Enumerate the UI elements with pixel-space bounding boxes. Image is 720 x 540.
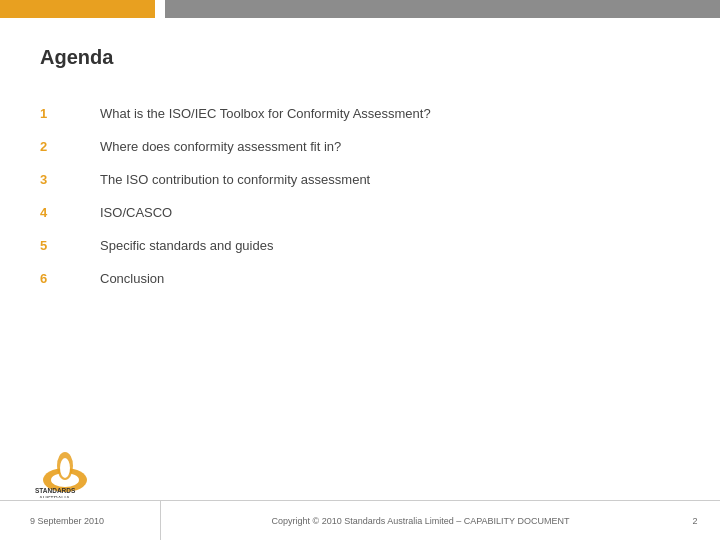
bar-gap — [155, 0, 165, 18]
agenda-row: 4ISO/CASCO — [40, 196, 680, 229]
bar-gray — [165, 0, 720, 18]
svg-text:AUSTRALIA: AUSTRALIA — [39, 495, 70, 498]
agenda-text: Specific standards and guides — [100, 229, 680, 262]
footer: 9 September 2010 Copyright © 2010 Standa… — [0, 500, 720, 540]
agenda-number: 5 — [40, 229, 100, 262]
agenda-number: 6 — [40, 262, 100, 295]
agenda-text: The ISO contribution to conformity asses… — [100, 163, 680, 196]
agenda-text: Where does conformity assessment fit in? — [100, 130, 680, 163]
svg-point-3 — [60, 458, 70, 478]
standards-australia-logo: STANDARDS AUSTRALIA — [35, 448, 115, 498]
agenda-row: 1What is the ISO/IEC Toolbox for Conform… — [40, 97, 680, 130]
agenda-text: Conclusion — [100, 262, 680, 295]
footer-copyright: Copyright © 2010 Standards Australia Lim… — [161, 516, 680, 526]
footer-date: 9 September 2010 — [0, 516, 160, 526]
page-title: Agenda — [40, 46, 680, 69]
svg-text:STANDARDS: STANDARDS — [35, 487, 76, 494]
footer-page: 2 — [680, 516, 720, 526]
agenda-row: 5Specific standards and guides — [40, 229, 680, 262]
agenda-row: 2Where does conformity assessment fit in… — [40, 130, 680, 163]
top-bars — [0, 0, 720, 18]
bar-gold — [0, 0, 155, 18]
agenda-table: 1What is the ISO/IEC Toolbox for Conform… — [40, 97, 680, 295]
main-content: Agenda 1What is the ISO/IEC Toolbox for … — [0, 18, 720, 500]
logo-area: STANDARDS AUSTRALIA — [30, 445, 120, 500]
agenda-row: 3The ISO contribution to conformity asse… — [40, 163, 680, 196]
agenda-number: 3 — [40, 163, 100, 196]
agenda-row: 6Conclusion — [40, 262, 680, 295]
agenda-number: 2 — [40, 130, 100, 163]
agenda-number: 1 — [40, 97, 100, 130]
agenda-number: 4 — [40, 196, 100, 229]
agenda-text: ISO/CASCO — [100, 196, 680, 229]
agenda-text: What is the ISO/IEC Toolbox for Conformi… — [100, 97, 680, 130]
